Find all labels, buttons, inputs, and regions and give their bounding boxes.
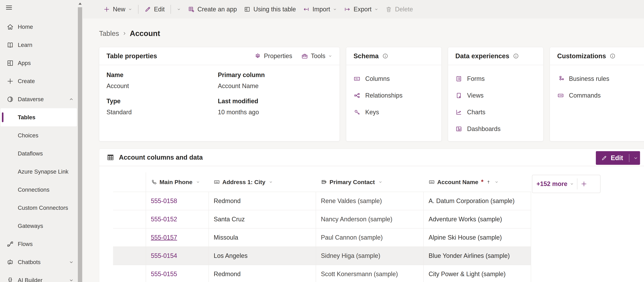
cell-account-name[interactable]: Blue Yonder Airlines (sample) bbox=[424, 247, 531, 265]
info-icon[interactable] bbox=[382, 53, 388, 59]
cell-main-phone[interactable]: 555-0152 bbox=[146, 210, 209, 228]
cell-main-phone[interactable]: 555-0158 bbox=[146, 192, 209, 210]
sidebar-scrollbar[interactable] bbox=[77, 0, 83, 282]
experiences-item-charts[interactable]: Charts bbox=[455, 104, 536, 121]
properties-button[interactable]: Properties bbox=[254, 52, 292, 60]
add-column-button[interactable] bbox=[580, 180, 588, 187]
row-select-cell[interactable] bbox=[113, 229, 146, 247]
sidebar-item-custom-connectors[interactable]: Custom Connectors bbox=[0, 199, 83, 217]
edit-split-chevron-button[interactable] bbox=[173, 3, 184, 16]
experiences-item-views[interactable]: Views bbox=[455, 87, 536, 104]
toolbar-divider bbox=[138, 5, 138, 14]
chevron-down-icon bbox=[269, 180, 273, 184]
schema-item-columns[interactable]: Columns bbox=[354, 70, 434, 87]
schema-item-relationships[interactable]: Relationships bbox=[354, 87, 434, 104]
export-button[interactable]: Export bbox=[340, 3, 382, 16]
cell-primary-contact[interactable]: Sidney Higa (sample) bbox=[316, 247, 424, 265]
using-this-table-button[interactable]: Using this table bbox=[240, 3, 299, 16]
table-row: 555-0158 Redmond Rene Valdes (sample) A.… bbox=[113, 192, 531, 210]
phone-link[interactable]: 555-0155 bbox=[151, 271, 177, 278]
cell-primary-contact[interactable]: Rene Valdes (sample) bbox=[316, 192, 424, 210]
cell-city[interactable]: Redmond bbox=[209, 192, 316, 210]
cell-main-phone[interactable]: 555-0157 bbox=[146, 229, 209, 247]
import-button[interactable]: Import bbox=[299, 3, 340, 16]
sidebar-item-apps[interactable]: Apps bbox=[0, 54, 83, 72]
info-icon[interactable] bbox=[610, 53, 616, 59]
sidebar-item-flows[interactable]: Flows bbox=[0, 235, 83, 253]
tools-button[interactable]: Tools bbox=[301, 52, 332, 60]
customizations-item-commands[interactable]: Commands bbox=[557, 87, 638, 104]
sidebar-item-azure-synapse-link[interactable]: Azure Synapse Link bbox=[0, 162, 83, 181]
table-row: 555-0152 Santa Cruz Nancy Anderson (samp… bbox=[113, 210, 531, 228]
phone-link[interactable]: 555-0157 bbox=[151, 234, 177, 241]
cell-account-name[interactable]: A. Datum Corporation (sample) bbox=[424, 192, 531, 210]
experiences-item-forms[interactable]: Forms bbox=[455, 70, 536, 87]
dashboard-icon bbox=[455, 126, 462, 132]
cards-row: Table properties Properties Tools bbox=[99, 47, 644, 141]
experiences-item-dashboards[interactable]: Dashboards bbox=[455, 121, 536, 137]
scrollbar-up-arrow[interactable] bbox=[77, 0, 83, 7]
column-header-main-phone[interactable]: Main Phone bbox=[146, 172, 209, 192]
key-icon bbox=[354, 109, 360, 116]
delete-button[interactable]: Delete bbox=[382, 3, 416, 16]
sidebar-item-home[interactable]: Home bbox=[0, 18, 83, 36]
cell-primary-contact[interactable]: Nancy Anderson (sample) bbox=[316, 210, 424, 228]
sidebar-item-dataverse[interactable]: Dataverse bbox=[0, 90, 83, 108]
card-title: Data experiences bbox=[455, 52, 509, 60]
more-columns-button[interactable]: +152 more bbox=[536, 180, 574, 187]
sidebar-item-label: Choices bbox=[18, 132, 38, 139]
cell-account-name[interactable]: City Power & Light (sample) bbox=[424, 265, 531, 282]
cell-account-name[interactable]: Adventure Works (sample) bbox=[424, 210, 531, 228]
row-select-cell[interactable] bbox=[113, 265, 146, 282]
new-button-label: New bbox=[113, 6, 125, 13]
sidebar-item-connections[interactable]: Connections bbox=[0, 181, 83, 199]
cell-city[interactable]: Los Angeles bbox=[209, 247, 316, 265]
button-divider bbox=[629, 154, 629, 162]
cell-city[interactable]: Santa Cruz bbox=[209, 210, 316, 228]
customizations-item-business-rules[interactable]: Business rules bbox=[557, 70, 638, 87]
cell-account-name[interactable]: Alpine Ski House (sample) bbox=[424, 229, 531, 247]
phone-link[interactable]: 555-0154 bbox=[151, 252, 177, 260]
sidebar-item-learn[interactable]: Learn bbox=[0, 36, 83, 54]
sidebar-item-dataflows[interactable]: Dataflows bbox=[0, 144, 83, 162]
hamburger-menu-button[interactable] bbox=[5, 4, 13, 11]
column-header-address-city[interactable]: Address 1: City bbox=[209, 172, 316, 192]
grid-edit-button[interactable]: Edit bbox=[596, 151, 640, 165]
breadcrumb-tables-link[interactable]: Tables bbox=[99, 30, 119, 37]
sidebar-item-tables[interactable]: Tables bbox=[0, 108, 77, 126]
row-select-cell[interactable] bbox=[113, 210, 146, 228]
phone-link[interactable]: 555-0152 bbox=[151, 216, 177, 223]
chevron-up-icon bbox=[69, 97, 74, 102]
schema-item-keys[interactable]: Keys bbox=[354, 104, 434, 121]
cell-primary-contact[interactable]: Paul Cannon (sample) bbox=[316, 229, 424, 247]
edit-button-label: Edit bbox=[154, 6, 165, 13]
select-column-header[interactable] bbox=[113, 172, 146, 192]
sidebar-item-choices[interactable]: Choices bbox=[0, 126, 83, 144]
table-icon bbox=[106, 153, 114, 161]
cell-primary-contact[interactable]: Scott Konersmann (sample) bbox=[316, 265, 424, 282]
edit-button[interactable]: Edit bbox=[141, 3, 168, 16]
cell-main-phone[interactable]: 555-0155 bbox=[146, 265, 209, 282]
new-button[interactable]: New bbox=[100, 3, 136, 16]
row-select-cell[interactable] bbox=[113, 247, 146, 265]
phone-link[interactable]: 555-0158 bbox=[151, 197, 177, 205]
data-grid: Main Phone Address 1: City Primary Conta… bbox=[113, 172, 531, 282]
scrollbar-thumb[interactable] bbox=[78, 7, 82, 282]
chevron-down-icon[interactable] bbox=[633, 155, 638, 161]
column-header-primary-contact[interactable]: Primary Contact bbox=[316, 172, 424, 192]
home-icon bbox=[6, 23, 14, 31]
create-an-app-button[interactable]: Create an app bbox=[184, 3, 240, 16]
row-select-cell[interactable] bbox=[113, 192, 146, 210]
info-icon[interactable] bbox=[513, 53, 519, 59]
sidebar-item-chatbots[interactable]: Chatbots bbox=[0, 253, 83, 271]
column-header-account-name[interactable]: Account Name * bbox=[424, 172, 531, 192]
list-item-label: Charts bbox=[467, 109, 485, 116]
data-experiences-header: Data experiences bbox=[448, 47, 543, 65]
sidebar-item-gateways[interactable]: Gateways bbox=[0, 217, 83, 235]
cell-city[interactable]: Missoula bbox=[209, 229, 316, 247]
cell-city[interactable]: Redmond bbox=[209, 265, 316, 282]
cell-main-phone[interactable]: 555-0154 bbox=[146, 247, 209, 265]
sidebar-item-create[interactable]: Create bbox=[0, 72, 83, 90]
card-title: Table properties bbox=[106, 52, 157, 60]
sidebar-item-ai-builder[interactable]: AI Builder bbox=[0, 271, 83, 282]
